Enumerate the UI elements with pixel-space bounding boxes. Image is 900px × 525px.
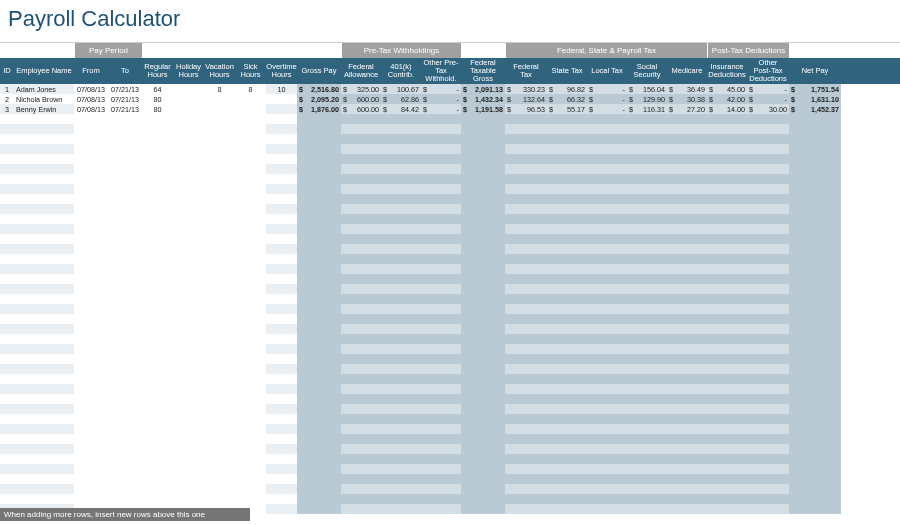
cell-fedal[interactable] [341, 464, 381, 474]
cell-vac[interactable] [204, 404, 235, 414]
cell-ltax[interactable] [587, 124, 627, 134]
cell-ot[interactable] [266, 274, 297, 284]
cell-k401[interactable] [381, 354, 421, 364]
cell-from[interactable] [74, 204, 108, 214]
cell-gross[interactable] [297, 114, 341, 124]
cell-med[interactable] [667, 214, 707, 224]
cell-stax[interactable] [547, 504, 587, 514]
cell-otherpost[interactable] [747, 174, 789, 184]
cell-otherpost[interactable] [747, 484, 789, 494]
cell-to[interactable] [108, 144, 142, 154]
cell-sick[interactable] [235, 334, 266, 344]
cell-ot[interactable] [266, 504, 297, 514]
cell-from[interactable] [74, 164, 108, 174]
cell-to[interactable] [108, 164, 142, 174]
cell-vac[interactable] [204, 354, 235, 364]
cell-fedtax[interactable] [505, 324, 547, 334]
cell-otherpre[interactable] [421, 214, 461, 224]
cell-ot[interactable] [266, 484, 297, 494]
cell-reg[interactable] [142, 414, 173, 424]
cell-fedal[interactable] [341, 364, 381, 374]
cell-name[interactable] [14, 114, 74, 124]
cell-stax[interactable] [547, 344, 587, 354]
cell-net[interactable] [789, 404, 841, 414]
cell-ltax[interactable] [587, 224, 627, 234]
cell-to[interactable] [108, 374, 142, 384]
cell-ss[interactable] [627, 294, 667, 304]
cell-id[interactable] [0, 464, 14, 474]
cell-ins[interactable] [707, 164, 747, 174]
cell-taxgross[interactable] [461, 204, 505, 214]
cell-otherpre[interactable] [421, 424, 461, 434]
cell-fedtax[interactable] [505, 284, 547, 294]
cell-from[interactable] [74, 304, 108, 314]
cell-med[interactable] [667, 434, 707, 444]
cell-reg[interactable] [142, 344, 173, 354]
cell-sick[interactable] [235, 324, 266, 334]
cell-sick[interactable] [235, 404, 266, 414]
cell-taxgross[interactable] [461, 114, 505, 124]
cell-ot[interactable] [266, 394, 297, 404]
cell-med[interactable] [667, 274, 707, 284]
cell-fedal[interactable] [341, 334, 381, 344]
cell-name[interactable] [14, 444, 74, 454]
cell-fedal[interactable] [341, 384, 381, 394]
cell-from[interactable] [74, 344, 108, 354]
cell-id[interactable] [0, 374, 14, 384]
cell-net[interactable] [789, 164, 841, 174]
cell-vac[interactable] [204, 204, 235, 214]
cell-net[interactable] [789, 414, 841, 424]
cell-id[interactable] [0, 264, 14, 274]
cell-from[interactable] [74, 154, 108, 164]
cell-gross[interactable] [297, 354, 341, 364]
cell-sick[interactable] [235, 394, 266, 404]
cell-to[interactable] [108, 194, 142, 204]
cell-ltax[interactable] [587, 354, 627, 364]
cell-hol[interactable] [173, 274, 204, 284]
cell-net[interactable] [789, 494, 841, 504]
cell-fedtax[interactable] [505, 404, 547, 414]
cell-net[interactable] [789, 174, 841, 184]
cell-otherpost[interactable] [747, 164, 789, 174]
cell-net[interactable] [789, 444, 841, 454]
cell-fedal[interactable] [341, 374, 381, 384]
cell-fedal[interactable] [341, 164, 381, 174]
cell-med[interactable] [667, 244, 707, 254]
cell-stax[interactable] [547, 364, 587, 374]
cell-id[interactable] [0, 314, 14, 324]
cell-otherpre[interactable] [421, 444, 461, 454]
cell-to[interactable] [108, 384, 142, 394]
cell-sick[interactable] [235, 344, 266, 354]
cell-name[interactable] [14, 304, 74, 314]
cell-name[interactable] [14, 474, 74, 484]
cell-ltax[interactable] [587, 494, 627, 504]
cell-ot[interactable] [266, 164, 297, 174]
cell-fedal[interactable] [341, 344, 381, 354]
cell-ins[interactable] [707, 204, 747, 214]
cell-gross[interactable] [297, 374, 341, 384]
cell-taxgross[interactable] [461, 484, 505, 494]
cell-taxgross[interactable] [461, 414, 505, 424]
cell-to[interactable] [108, 404, 142, 414]
cell-to[interactable] [108, 134, 142, 144]
cell-sick[interactable] [235, 124, 266, 134]
cell-stax[interactable] [547, 324, 587, 334]
cell-otherpre[interactable] [421, 484, 461, 494]
cell-otherpre[interactable] [421, 224, 461, 234]
cell-vac[interactable] [204, 184, 235, 194]
cell-ltax[interactable] [587, 314, 627, 324]
cell-fedal[interactable] [341, 314, 381, 324]
cell-gross[interactable] [297, 154, 341, 164]
cell-ss[interactable] [627, 484, 667, 494]
cell-to[interactable] [108, 154, 142, 164]
cell-reg[interactable] [142, 264, 173, 274]
cell-name[interactable] [14, 494, 74, 504]
cell-vac[interactable] [204, 344, 235, 354]
cell-ltax[interactable] [587, 394, 627, 404]
cell-taxgross[interactable] [461, 424, 505, 434]
cell-k401[interactable] [381, 404, 421, 414]
cell-reg[interactable] [142, 194, 173, 204]
cell-ltax[interactable] [587, 294, 627, 304]
cell-fedtax[interactable] [505, 374, 547, 384]
cell-fedal[interactable] [341, 214, 381, 224]
